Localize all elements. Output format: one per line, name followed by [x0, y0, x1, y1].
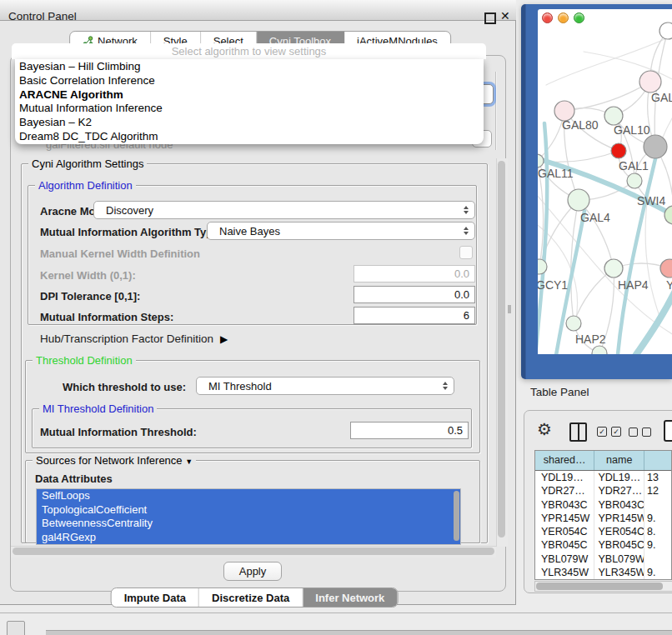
node-hap2[interactable]	[566, 316, 581, 331]
table-row[interactable]: YLR345WYLR345W9.	[535, 566, 671, 579]
zoom-traffic-light[interactable]	[574, 12, 584, 23]
mi-type-combo[interactable]: Naive Bayes	[207, 222, 475, 240]
table-cell: 9.	[644, 538, 671, 552]
node-unlabeled[interactable]	[611, 143, 626, 158]
document-icon-partial[interactable]	[664, 420, 672, 442]
table-cell: YPR145W	[535, 512, 594, 525]
node-gal[interactable]	[639, 71, 661, 92]
apply-label: Apply	[239, 565, 267, 578]
table-cell: YIL052C	[594, 579, 644, 580]
data-attributes-list: SelfLoopsTopologicalCoefficientBetweenne…	[36, 488, 461, 545]
mi-type-value: Naive Bayes	[219, 225, 280, 238]
stepper-arrows-icon	[464, 227, 469, 235]
edge	[574, 268, 614, 323]
close-traffic-light[interactable]	[542, 12, 553, 23]
attributes-scrollbar[interactable]	[454, 491, 459, 541]
sources-group-title[interactable]: Sources for Network Inference ▼	[33, 454, 196, 468]
table-cell: YLR345W	[594, 566, 644, 579]
algorithm-option[interactable]: Mutual Information Inference	[15, 102, 484, 116]
table-row[interactable]: YPR145WYPR145W9.	[535, 512, 671, 525]
deselect-all-checkbox-icon[interactable]	[642, 428, 651, 437]
node-gal11[interactable]	[538, 154, 544, 168]
gear-icon[interactable]: ⚙	[537, 419, 552, 439]
table-row[interactable]: YBR043CYBR043C	[535, 498, 671, 512]
table-cell: 8.	[644, 525, 671, 538]
algorithm-option[interactable]: Bayesian – Hill Climbing	[15, 60, 484, 74]
table-row[interactable]: YBL079WYBL079W	[535, 552, 671, 566]
node-y[interactable]	[660, 259, 672, 278]
node-label: GAL4	[580, 211, 610, 224]
algorithm-option[interactable]: Dream8 DC_TDC Algorithm	[15, 130, 484, 144]
node-gal10[interactable]	[604, 107, 623, 125]
algorithm-definition-title: Algorithm Definition	[35, 179, 136, 192]
mi-threshold-field[interactable]: 0.5	[350, 422, 469, 439]
algorithm-option[interactable]: ARACNE Algorithm	[15, 88, 484, 102]
table-hscrollbar-thumb[interactable]	[536, 582, 663, 590]
tab-label: Infer Network	[315, 592, 384, 604]
node-label: GCY1	[538, 278, 568, 292]
settings-hscrollbar-thumb[interactable]	[13, 548, 494, 555]
close-icon[interactable]: ✕	[500, 9, 510, 22]
corner-button-partial[interactable]	[7, 621, 25, 635]
node-gal1[interactable]	[627, 173, 642, 188]
minimize-traffic-light[interactable]	[558, 12, 569, 23]
node-unlabeled[interactable]	[592, 346, 607, 354]
algorithm-option[interactable]: Bayesian – K2	[15, 116, 484, 130]
tab-infer-network[interactable]: Infer Network	[303, 588, 397, 607]
table-cell: YDL19…	[535, 471, 594, 484]
expander-right-icon: ▶	[220, 333, 228, 345]
node-gal4[interactable]	[568, 189, 589, 211]
node-unlabeled[interactable]	[659, 22, 672, 39]
column-header[interactable]: name	[594, 451, 644, 470]
node-label: GAL10	[614, 123, 650, 137]
attribute-item[interactable]: BetweennessCentrality	[37, 517, 460, 531]
bottom-divider	[0, 612, 672, 613]
table-cell: YBR045C	[535, 538, 594, 552]
table-row[interactable]: YDR27…YDR27…12	[535, 484, 671, 498]
tab-discretize-data[interactable]: Discretize Data	[199, 588, 303, 607]
attribute-item[interactable]: SelfLoops	[37, 489, 460, 503]
node-label: HAP4	[618, 278, 649, 292]
node-label: GAL11	[538, 167, 574, 180]
cyni-bottom-tabs: Impute DataDiscretize DataInfer Network	[111, 588, 399, 608]
node-hap4[interactable]	[604, 259, 623, 278]
deselect-all-checkbox-icon[interactable]	[629, 428, 638, 437]
columns-icon[interactable]	[569, 422, 587, 442]
aracne-mode-combo[interactable]: Discovery	[93, 201, 475, 219]
select-all-checkbox-icon[interactable]: ✓	[611, 427, 621, 437]
algorithm-selector-placeholder: Select algorithm to view settings	[172, 45, 327, 58]
threshold-definition-title: Threshold Definition	[33, 354, 136, 367]
table-cell: YBR045C	[594, 538, 644, 552]
algorithm-dropdown-list: Bayesian – Hill ClimbingBasic Correlatio…	[15, 59, 484, 144]
network-canvas[interactable]: GALGAL80GAL10GAL1GAL11SWI4GAL4GCY1HAP4YH…	[538, 9, 672, 354]
table-row[interactable]: YDL19…YDL19…13	[535, 471, 671, 484]
table-cell	[644, 498, 671, 512]
mi-steps-field[interactable]: 6	[354, 307, 475, 324]
splitter-handle[interactable]	[508, 305, 511, 313]
which-threshold-combo[interactable]: MI Threshold	[196, 377, 454, 395]
apply-button[interactable]: Apply	[223, 562, 282, 581]
attribute-item[interactable]: TopologicalCoefficient	[37, 503, 460, 518]
dpi-tolerance-field[interactable]: 0.0	[354, 286, 475, 303]
table-row[interactable]: YIL052CYIL052C0.	[535, 579, 671, 580]
table-cell: YER054C	[535, 525, 594, 538]
settings-vscrollbar-thumb[interactable]	[498, 161, 505, 538]
node-unlabeled[interactable]	[644, 135, 667, 158]
mi-threshold-group-title: MI Threshold Definition	[39, 402, 157, 415]
tab-label: Impute Data	[124, 592, 186, 604]
algorithm-option[interactable]: Basic Correlation Inference	[15, 74, 484, 88]
tab-impute-data[interactable]: Impute Data	[112, 588, 199, 607]
table-cell: YDR27…	[594, 484, 644, 498]
node-label: GAL80	[562, 118, 599, 132]
float-window-icon[interactable]	[484, 12, 496, 24]
column-header[interactable]: shared…	[535, 451, 594, 470]
algorithm-selector-combo[interactable]: Select algorithm to view settings	[12, 43, 486, 59]
column-header[interactable]	[644, 451, 671, 470]
table-row[interactable]: YER054CYER054C8.	[535, 525, 671, 538]
control-panel-titlebar[interactable]	[0, 0, 516, 21]
table-cell: 13	[644, 471, 671, 484]
select-all-checkbox-icon[interactable]: ✓	[597, 427, 607, 437]
table-row[interactable]: YBR045CYBR045C9.	[535, 538, 671, 552]
hub-definition-expander[interactable]: Hub/Transcription Factor Definition▶	[40, 332, 228, 345]
attribute-item[interactable]: gal4RGexp	[37, 531, 460, 545]
